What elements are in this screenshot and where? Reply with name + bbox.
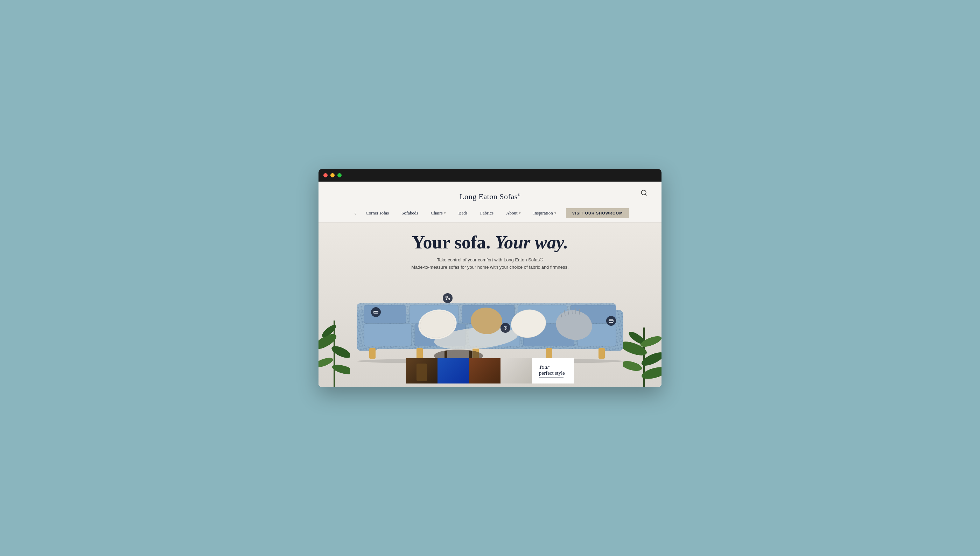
cushion-icon xyxy=(503,325,508,330)
svg-rect-32 xyxy=(364,324,411,346)
svg-rect-37 xyxy=(369,348,375,359)
sofa-area: Your perfect style xyxy=(319,261,661,387)
website: Long Eaton Sofas® ‹ Corner sofas Sofabed… xyxy=(319,182,661,387)
svg-rect-40 xyxy=(546,348,552,359)
hero-subtitle: Take control of your comfort with Long E… xyxy=(319,257,661,271)
nav-item-sofabeds[interactable]: Sofabeds xyxy=(395,208,425,218)
svg-line-53 xyxy=(579,309,580,315)
nav-item-corner-sofas[interactable]: Corner sofas xyxy=(359,208,395,218)
nav-item-inspiration[interactable]: Inspiration ▾ xyxy=(527,208,563,218)
browser-window: Long Eaton Sofas® ‹ Corner sofas Sofabed… xyxy=(319,169,661,387)
nav-item-about[interactable]: About ▾ xyxy=(500,208,527,218)
thumbnail-strip: Your perfect style xyxy=(406,358,574,383)
sofa-svg-container xyxy=(346,286,634,364)
minimize-dot[interactable] xyxy=(330,173,335,178)
maximize-dot[interactable] xyxy=(337,173,341,178)
sofa-icon xyxy=(374,310,378,315)
logo-area: Long Eaton Sofas® xyxy=(333,187,647,205)
site-header: Long Eaton Sofas® xyxy=(319,182,661,205)
sofa-illustration xyxy=(346,286,634,363)
your-perfect-style-card[interactable]: Your perfect style xyxy=(532,358,574,383)
svg-point-0 xyxy=(642,190,646,195)
browser-chrome xyxy=(319,169,661,182)
hotspot-4[interactable] xyxy=(606,316,616,326)
nav-item-chairs[interactable]: Chairs ▾ xyxy=(425,208,452,218)
search-button[interactable] xyxy=(640,189,647,197)
site-logo[interactable]: Long Eaton Sofas® xyxy=(459,192,521,201)
nav-item-beds[interactable]: Beds xyxy=(452,208,474,218)
hero-section: Your sofa. Your way. Take control of you… xyxy=(319,223,661,387)
close-dot[interactable] xyxy=(323,173,328,178)
plant-left-svg xyxy=(319,278,350,387)
plant-right-svg xyxy=(623,293,661,387)
svg-rect-41 xyxy=(598,348,605,359)
visit-showroom-button[interactable]: VISIT OUR SHOWROOM xyxy=(566,208,629,218)
svg-rect-67 xyxy=(609,320,613,322)
svg-line-1 xyxy=(645,194,647,196)
thumbnail-2[interactable] xyxy=(438,358,469,383)
inspiration-dropdown-icon: ▾ xyxy=(555,211,556,215)
hotspot-1[interactable] xyxy=(443,293,453,303)
nav-left-arrow[interactable]: ‹ xyxy=(351,208,359,218)
resize-icon xyxy=(445,296,450,301)
thumbnail-3[interactable] xyxy=(469,358,500,383)
svg-point-66 xyxy=(505,327,506,328)
svg-rect-38 xyxy=(417,348,423,359)
search-icon xyxy=(640,189,647,196)
hero-title: Your sofa. Your way. xyxy=(319,232,661,252)
plant-left xyxy=(319,278,350,387)
svg-point-5 xyxy=(319,356,334,369)
svg-rect-57 xyxy=(446,296,447,298)
svg-point-11 xyxy=(623,359,643,373)
thumbnail-1[interactable] xyxy=(406,358,438,383)
nav-item-fabrics[interactable]: Fabrics xyxy=(474,208,500,218)
svg-rect-61 xyxy=(374,312,378,314)
hotspot-2[interactable] xyxy=(371,307,381,317)
svg-rect-58 xyxy=(448,299,450,300)
about-dropdown-icon: ▾ xyxy=(519,211,521,215)
sofa2-icon xyxy=(609,318,613,323)
svg-point-4 xyxy=(330,344,350,360)
svg-line-51 xyxy=(572,308,572,314)
chairs-dropdown-icon: ▾ xyxy=(444,211,446,215)
hero-text-area: Your sofa. Your way. Take control of you… xyxy=(319,232,661,271)
card-underline xyxy=(539,378,563,378)
main-nav: ‹ Corner sofas Sofabeds Chairs ▾ Beds Fa… xyxy=(319,205,661,223)
thumbnail-4[interactable] xyxy=(500,358,532,383)
plant-right xyxy=(623,293,661,387)
svg-rect-27 xyxy=(364,305,406,323)
hotspot-3[interactable] xyxy=(500,323,510,333)
